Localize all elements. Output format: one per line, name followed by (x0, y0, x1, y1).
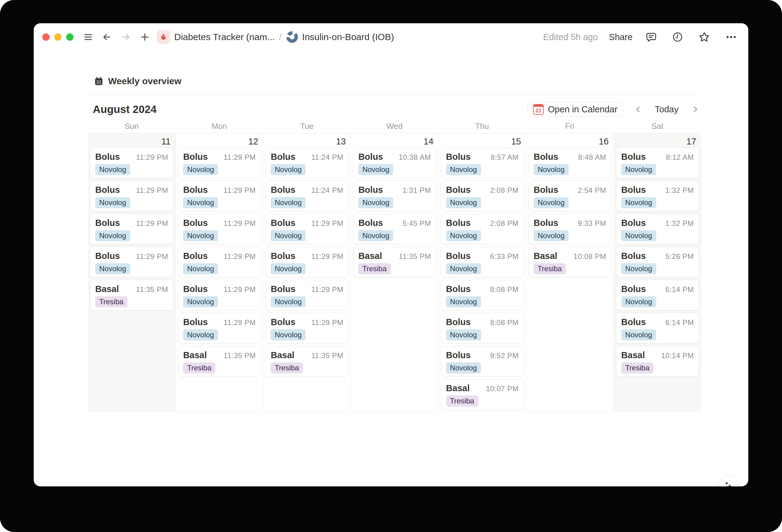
event-card[interactable]: Bolus 1:32 PM Novolog (616, 181, 699, 211)
event-tag: Novolog (446, 362, 481, 374)
event-title: Bolus (534, 185, 559, 195)
breadcrumb-page[interactable]: Insulin-on-Board (IOB) (286, 31, 394, 43)
event-card-top: Bolus 11:29 PM (183, 251, 256, 261)
breadcrumb-workspace[interactable]: Diabetes Tracker (nam... (157, 30, 275, 44)
event-card[interactable]: Bolus 11:24 PM Novolog (265, 181, 349, 211)
event-title: Basal (95, 284, 119, 294)
event-title: Bolus (95, 152, 120, 162)
event-title: Bolus (95, 218, 120, 228)
event-card[interactable]: Bolus 8:08 PM Novolog (441, 313, 524, 344)
day-name: Mon (175, 121, 263, 131)
day-column-13[interactable]: 13 Bolus 11:24 PM Novolog Bolus 11:24 PM… (263, 134, 351, 412)
event-card[interactable]: Bolus 2:08 PM Novolog (441, 181, 524, 211)
event-card[interactable]: Bolus 11:29 PM Novolog (178, 280, 261, 310)
event-card[interactable]: Bolus 11:29 PM Novolog (265, 313, 349, 344)
event-tag: Tresiba (95, 296, 128, 307)
event-title: Bolus (183, 251, 208, 261)
today-button[interactable]: Today (655, 104, 678, 114)
chevron-left-icon[interactable] (632, 103, 644, 115)
event-tag: Tresiba (358, 263, 390, 274)
favorite-star-icon[interactable] (696, 29, 712, 45)
event-card[interactable]: Bolus 2:54 PM Novolog (529, 181, 611, 211)
event-card[interactable]: Bolus 8:12 AM Novolog (616, 147, 699, 178)
event-card[interactable]: Bolus 6:14 PM Novolog (616, 313, 699, 344)
event-card[interactable]: Basal 10:14 PM Tresiba (616, 346, 699, 377)
event-card[interactable]: Basal 11:35 PM Tresiba (90, 280, 173, 310)
event-time: 9:33 PM (578, 219, 606, 228)
event-card[interactable]: Bolus 11:29 PM Novolog (90, 147, 173, 178)
event-card[interactable]: Bolus 8:08 PM Novolog (441, 280, 524, 310)
event-card[interactable]: Bolus 11:29 PM Novolog (90, 247, 173, 277)
event-card[interactable]: Basal 10:08 PM Tresiba (529, 247, 611, 277)
event-card[interactable]: Bolus 11:29 PM Novolog (178, 247, 261, 277)
event-card[interactable]: Basal 10:07 PM Tresiba (441, 379, 524, 410)
event-card-top: Bolus 11:29 PM (271, 317, 343, 327)
event-tag: Novolog (271, 197, 306, 208)
event-card-top: Bolus 11:29 PM (271, 251, 343, 261)
new-page-icon[interactable] (138, 30, 152, 44)
minimize-window-button[interactable] (54, 33, 62, 41)
event-card[interactable]: Bolus 11:29 PM Novolog (90, 214, 173, 244)
event-card[interactable]: Bolus 9:33 PM Novolog (529, 214, 611, 244)
event-card[interactable]: Bolus 11:29 PM Novolog (90, 181, 173, 211)
notion-ai-button[interactable] (718, 475, 739, 486)
event-card[interactable]: Bolus 11:29 PM Novolog (178, 313, 261, 344)
view-title[interactable]: Weekly overview (108, 76, 182, 86)
event-card[interactable]: Bolus 10:38 AM Novolog (353, 147, 436, 178)
event-card[interactable]: Bolus 11:29 PM Novolog (265, 214, 349, 244)
event-card[interactable]: Basal 11:35 PM Tresiba (178, 346, 261, 377)
event-card[interactable]: Bolus 11:29 PM Novolog (265, 247, 349, 277)
event-card[interactable]: Bolus 9:52 PM Novolog (441, 346, 524, 377)
event-card-top: Bolus 10:38 AM (358, 152, 431, 162)
event-title: Bolus (446, 284, 471, 294)
event-card[interactable]: Bolus 11:24 PM Novolog (265, 147, 349, 178)
event-tag: Tresiba (446, 395, 478, 406)
event-card[interactable]: Bolus 5:26 PM Novolog (616, 247, 699, 277)
event-card[interactable]: Bolus 11:29 PM Novolog (178, 181, 261, 211)
share-button[interactable]: Share (609, 32, 633, 42)
event-card[interactable]: Bolus 11:29 PM Novolog (265, 280, 349, 310)
event-card-top: Basal 11:35 PM (271, 350, 343, 360)
day-column-12[interactable]: 12 Bolus 11:29 PM Novolog Bolus 11:29 PM… (175, 134, 263, 412)
event-tag: Novolog (183, 197, 218, 208)
day-column-14[interactable]: 14 Bolus 10:38 AM Novolog Bolus 1:31 PM … (351, 134, 438, 412)
day-events: Bolus 8:48 AM Novolog Bolus 2:54 PM Novo… (526, 147, 614, 277)
event-tag: Novolog (95, 263, 130, 274)
event-card[interactable]: Bolus 8:57 AM Novolog (441, 147, 524, 178)
close-window-button[interactable] (42, 33, 49, 41)
day-column-11[interactable]: 11 Bolus 11:29 PM Novolog Bolus 11:29 PM… (88, 134, 175, 412)
event-card[interactable]: Bolus 11:29 PM Novolog (178, 214, 261, 244)
event-card[interactable]: Bolus 6:14 PM Novolog (616, 280, 699, 310)
event-card[interactable]: Bolus 11:29 PM Novolog (178, 147, 261, 178)
day-column-16[interactable]: 16 Bolus 8:48 AM Novolog Bolus 2:54 PM N… (526, 134, 614, 412)
zoom-window-button[interactable] (66, 33, 73, 41)
sidebar-toggle-icon[interactable] (81, 30, 95, 44)
event-card[interactable]: Bolus 8:48 AM Novolog (529, 147, 611, 178)
day-events: Bolus 8:57 AM Novolog Bolus 2:08 PM Novo… (439, 147, 526, 410)
event-card[interactable]: Bolus 6:33 PM Novolog (441, 247, 524, 277)
day-name: Wed (351, 121, 438, 131)
event-title: Bolus (621, 284, 646, 294)
chevron-right-icon[interactable] (689, 103, 701, 115)
event-card[interactable]: Basal 11:35 PM Tresiba (265, 346, 349, 377)
day-events: Bolus 10:38 AM Novolog Bolus 1:31 PM Nov… (351, 147, 438, 277)
back-icon[interactable] (100, 30, 114, 44)
event-card[interactable]: Bolus 5:45 PM Novolog (353, 214, 436, 244)
event-card[interactable]: Bolus 2:08 PM Novolog (441, 214, 524, 244)
event-time: 8:57 AM (491, 153, 519, 162)
event-card[interactable]: Basal 11:35 PM Tresiba (353, 247, 436, 277)
history-clock-icon[interactable] (670, 29, 685, 45)
event-card[interactable]: Bolus 1:32 PM Novolog (616, 214, 699, 244)
open-in-calendar-button[interactable]: 21 Open in Calendar (528, 102, 623, 117)
forward-icon[interactable] (119, 30, 133, 44)
event-tag: Novolog (183, 164, 218, 175)
blood-drop-icon (157, 30, 170, 44)
comments-icon[interactable] (644, 29, 659, 45)
day-column-17[interactable]: 17 Bolus 8:12 AM Novolog Bolus 1:32 PM N… (614, 134, 701, 412)
event-card-top: Bolus 11:29 PM (183, 284, 256, 294)
more-options-icon[interactable] (723, 29, 739, 45)
event-card-top: Bolus 1:31 PM (358, 185, 431, 195)
event-card-top: Bolus 11:29 PM (95, 185, 168, 195)
event-card[interactable]: Bolus 1:31 PM Novolog (353, 181, 436, 211)
day-column-15[interactable]: 15 Bolus 8:57 AM Novolog Bolus 2:08 PM N… (438, 134, 526, 412)
